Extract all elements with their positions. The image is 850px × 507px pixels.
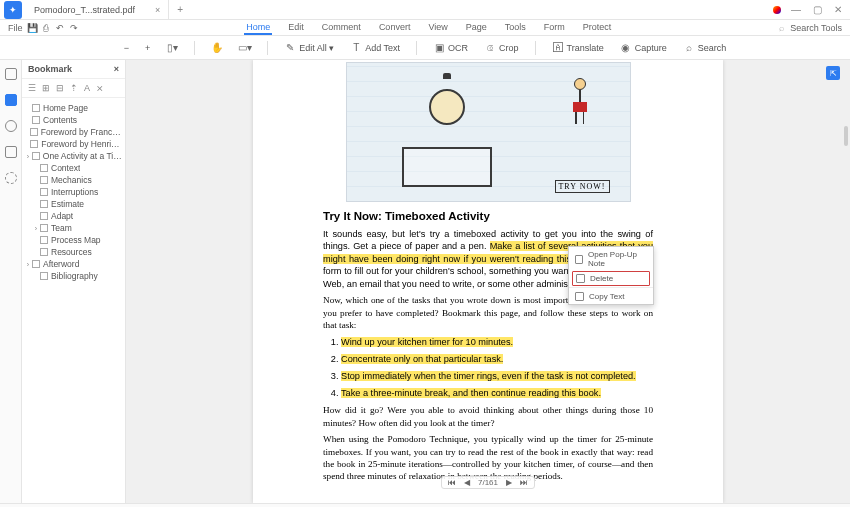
select-tool[interactable]: ▭▾ [239, 42, 251, 54]
tab-edit[interactable]: Edit [286, 21, 306, 35]
last-page-icon[interactable]: ⏭ [520, 478, 528, 487]
bookmark-checkbox[interactable] [40, 200, 48, 208]
highlight-list-4[interactable]: Take a three-minute break, and then cont… [341, 388, 601, 398]
bookmark-item[interactable]: Resources [24, 246, 123, 258]
bookmark-checkbox[interactable] [40, 272, 48, 280]
tab-home[interactable]: Home [244, 21, 272, 35]
search-tools-icon: ⌕ [779, 23, 784, 33]
bookmark-checkbox[interactable] [40, 236, 48, 244]
bookmark-item[interactable]: Adapt [24, 210, 123, 222]
file-tab[interactable]: Pomodoro_T...strated.pdf × [26, 0, 169, 19]
ocr-button[interactable]: ▣OCR [433, 42, 468, 54]
bookmark-item[interactable]: Contents [24, 114, 123, 126]
tab-form[interactable]: Form [542, 21, 567, 35]
bookmark-item[interactable]: ›Afterword [24, 258, 123, 270]
search-button[interactable]: ⌕Search [683, 42, 727, 54]
search-panel-icon[interactable] [5, 172, 17, 184]
bookmark-item[interactable]: Bibliography [24, 270, 123, 282]
attachment-panel-icon[interactable] [5, 120, 17, 132]
ctx-copy-text[interactable]: Copy Text [569, 289, 653, 304]
page-indicator[interactable]: 7/161 [478, 478, 498, 487]
highlight-list-1[interactable]: Wind up your kitchen timer for 10 minute… [341, 337, 513, 347]
theme-indicator-icon[interactable] [773, 6, 781, 14]
file-menu[interactable]: File [8, 23, 23, 33]
bookmark-label: Adapt [51, 211, 73, 221]
bookmark-checkbox[interactable] [30, 140, 38, 148]
redo-icon[interactable]: ↷ [69, 23, 79, 33]
maximize-button[interactable]: ▢ [813, 4, 822, 15]
zoom-out-button[interactable]: − [124, 43, 129, 53]
tab-convert[interactable]: Convert [377, 21, 413, 35]
bookmark-checkbox[interactable] [32, 104, 40, 112]
bookmark-item[interactable]: Estimate [24, 198, 123, 210]
highlight-list-2[interactable]: Concentrate only on that particular task… [341, 354, 503, 364]
bm-list-icon[interactable]: ☰ [28, 83, 36, 93]
bookmark-item[interactable]: Foreword by Francesco Cirillo [24, 126, 123, 138]
prev-page-icon[interactable]: ◀ [464, 478, 470, 487]
bm-collapse-icon[interactable]: ⨯ [96, 83, 104, 93]
bookmark-checkbox[interactable] [40, 176, 48, 184]
print-icon[interactable]: ⎙ [41, 23, 51, 33]
bookmark-checkbox[interactable] [40, 164, 48, 172]
tab-close-icon[interactable]: × [155, 5, 160, 15]
tab-view[interactable]: View [426, 21, 449, 35]
edit-all-button[interactable]: ✎Edit All ▾ [284, 42, 334, 54]
bm-font-icon[interactable]: A [84, 83, 90, 93]
new-tab-button[interactable]: + [169, 4, 191, 15]
tab-protect[interactable]: Protect [581, 21, 614, 35]
first-page-icon[interactable]: ⏮ [448, 478, 456, 487]
vertical-scrollbar[interactable] [844, 66, 848, 266]
bookmark-checkbox[interactable] [32, 116, 40, 124]
add-text-button[interactable]: TAdd Text [350, 42, 400, 54]
zoom-in-button[interactable]: + [145, 43, 150, 53]
document-viewport[interactable]: TRY NOW! Try It Now: Timeboxed Activity … [126, 60, 850, 503]
search-icon: ⌕ [683, 42, 695, 54]
thumbnail-panel-icon[interactable] [5, 68, 17, 80]
bookmark-checkbox[interactable] [40, 248, 48, 256]
bookmark-panel-icon[interactable] [5, 94, 17, 106]
hand-tool[interactable]: ✋ [211, 42, 223, 54]
fit-page-button[interactable]: ▯▾ [166, 42, 178, 54]
crop-button[interactable]: ⟃Crop [484, 42, 519, 54]
tab-tools[interactable]: Tools [503, 21, 528, 35]
bookmark-label: Context [51, 163, 80, 173]
undo-icon[interactable]: ↶ [55, 23, 65, 33]
bookmark-checkbox[interactable] [30, 128, 38, 136]
ctx-open-popup[interactable]: Open Pop-Up Note [569, 247, 653, 271]
tab-page[interactable]: Page [464, 21, 489, 35]
bookmark-checkbox[interactable] [32, 260, 40, 268]
next-page-icon[interactable]: ▶ [506, 478, 512, 487]
ctx-delete[interactable]: Delete [572, 271, 650, 286]
goto-page-badge[interactable]: ⇱ [826, 66, 840, 80]
bookmark-panel-close-icon[interactable]: × [114, 64, 119, 74]
save-icon[interactable]: 💾 [27, 23, 37, 33]
bookmark-item[interactable]: Process Map [24, 234, 123, 246]
bookmark-item[interactable]: Context [24, 162, 123, 174]
bookmark-item[interactable]: Mechanics [24, 174, 123, 186]
note-icon [575, 255, 583, 264]
chevron-icon[interactable]: › [24, 261, 32, 268]
scroll-thumb[interactable] [844, 126, 848, 146]
translate-button[interactable]: 🄰Translate [552, 42, 604, 54]
tab-comment[interactable]: Comment [320, 21, 363, 35]
bookmark-checkbox[interactable] [40, 188, 48, 196]
bm-up-icon[interactable]: ⇡ [70, 83, 78, 93]
minimize-button[interactable]: — [791, 4, 801, 15]
capture-button[interactable]: ◉Capture [620, 42, 667, 54]
search-tools[interactable]: Search Tools [790, 23, 842, 33]
bookmark-item[interactable]: ›Team [24, 222, 123, 234]
bookmark-item[interactable]: Home Page [24, 102, 123, 114]
bm-delete-icon[interactable]: ⊟ [56, 83, 64, 93]
chevron-icon[interactable]: › [24, 153, 32, 160]
bm-add-icon[interactable]: ⊞ [42, 83, 50, 93]
chevron-icon[interactable]: › [32, 225, 40, 232]
bookmark-item[interactable]: Interruptions [24, 186, 123, 198]
bookmark-checkbox[interactable] [40, 224, 48, 232]
bookmark-item[interactable]: ›One Activity at a Time [24, 150, 123, 162]
highlight-list-3[interactable]: Stop immediately when the timer rings, e… [341, 371, 636, 381]
bookmark-checkbox[interactable] [40, 212, 48, 220]
bookmark-checkbox[interactable] [32, 152, 40, 160]
close-button[interactable]: ✕ [834, 4, 842, 15]
bookmark-item[interactable]: Foreword by Henrik Kniberg [24, 138, 123, 150]
comment-panel-icon[interactable] [5, 146, 17, 158]
